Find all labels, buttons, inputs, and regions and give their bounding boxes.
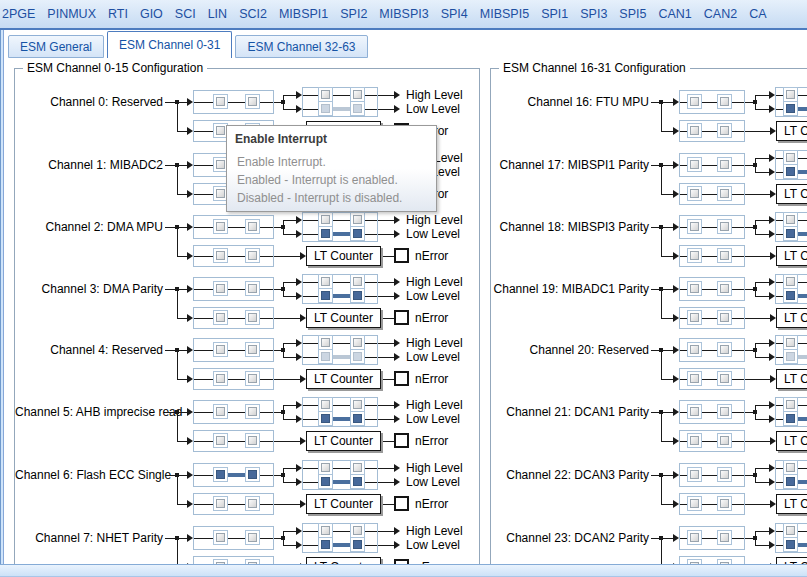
low-level-checkbox[interactable] [318, 537, 333, 552]
low-level-checkbox[interactable] [783, 474, 798, 489]
low-level-checkbox[interactable] [318, 288, 333, 303]
counter-enable-checkbox[interactable] [717, 433, 732, 448]
counter-enable-checkbox[interactable] [717, 248, 732, 263]
counter-enable-checkbox[interactable] [213, 496, 228, 511]
low-level-checkbox[interactable] [350, 288, 365, 303]
counter-enable-checkbox[interactable] [687, 186, 702, 201]
low-level-checkbox[interactable] [318, 349, 333, 364]
top-tab-spi2[interactable]: SPI2 [340, 7, 367, 21]
interrupt-enable-checkbox[interactable] [717, 281, 732, 296]
nerror-checkbox[interactable] [394, 433, 409, 448]
low-level-checkbox[interactable] [350, 474, 365, 489]
tab-esm-channel-0-31[interactable]: ESM Channel 0-31 [107, 31, 232, 58]
low-level-checkbox[interactable] [783, 288, 798, 303]
top-tab-2pge[interactable]: 2PGE [2, 7, 35, 21]
interrupt-enable-checkbox[interactable] [245, 404, 260, 419]
high-level-checkbox[interactable] [318, 460, 333, 475]
top-tab-can2[interactable]: CAN2 [704, 7, 737, 21]
interrupt-enable-checkbox[interactable] [213, 342, 228, 357]
lt-counter-button[interactable]: LT Counter [776, 431, 807, 451]
interrupt-enable-checkbox[interactable] [213, 219, 228, 234]
high-level-checkbox[interactable] [318, 397, 333, 412]
counter-enable-checkbox[interactable] [687, 371, 702, 386]
low-level-checkbox[interactable] [350, 226, 365, 241]
interrupt-enable-checkbox[interactable] [245, 530, 260, 545]
high-level-checkbox[interactable] [350, 460, 365, 475]
tab-esm-general[interactable]: ESM General [8, 35, 104, 58]
top-tab-spi1[interactable]: SPI1 [541, 7, 568, 21]
high-level-checkbox[interactable] [783, 212, 798, 227]
interrupt-enable-checkbox[interactable] [245, 281, 260, 296]
interrupt-enable-checkbox[interactable] [213, 94, 228, 109]
interrupt-enable-checkbox[interactable] [687, 530, 702, 545]
interrupt-enable-checkbox[interactable] [687, 467, 702, 482]
nerror-checkbox[interactable] [394, 310, 409, 325]
high-level-checkbox[interactable] [350, 274, 365, 289]
top-tab-spi5[interactable]: SPI5 [619, 7, 646, 21]
interrupt-enable-checkbox[interactable] [717, 530, 732, 545]
low-level-checkbox[interactable] [318, 101, 333, 116]
top-tab-mibspi1[interactable]: MIBSPI1 [279, 7, 328, 21]
lt-counter-button[interactable]: LT Counter [776, 121, 807, 141]
low-level-checkbox[interactable] [350, 349, 365, 364]
top-tab-can1[interactable]: CAN1 [658, 7, 691, 21]
top-tab-spi4[interactable]: SPI4 [441, 7, 468, 21]
interrupt-enable-checkbox[interactable] [245, 219, 260, 234]
low-level-checkbox[interactable] [350, 411, 365, 426]
counter-enable-checkbox[interactable] [687, 248, 702, 263]
top-tab-sci[interactable]: SCI [175, 7, 196, 21]
lt-counter-button[interactable]: LT Counter [776, 494, 807, 514]
interrupt-enable-checkbox[interactable] [687, 94, 702, 109]
high-level-checkbox[interactable] [350, 212, 365, 227]
interrupt-enable-checkbox[interactable] [687, 404, 702, 419]
interrupt-enable-checkbox[interactable] [687, 281, 702, 296]
low-level-checkbox[interactable] [783, 164, 798, 179]
top-tab-mibspi5[interactable]: MIBSPI5 [480, 7, 529, 21]
interrupt-enable-checkbox[interactable] [687, 219, 702, 234]
interrupt-enable-checkbox[interactable] [245, 342, 260, 357]
counter-enable-checkbox[interactable] [717, 123, 732, 138]
tab-esm-channel-32-63[interactable]: ESM Channel 32-63 [235, 35, 367, 58]
low-level-checkbox[interactable] [783, 349, 798, 364]
high-level-checkbox[interactable] [318, 335, 333, 350]
low-level-checkbox[interactable] [783, 411, 798, 426]
interrupt-enable-checkbox[interactable] [717, 94, 732, 109]
interrupt-enable-checkbox[interactable] [717, 467, 732, 482]
low-level-checkbox[interactable] [318, 411, 333, 426]
interrupt-enable-checkbox[interactable] [687, 157, 702, 172]
counter-enable-checkbox[interactable] [687, 310, 702, 325]
counter-enable-checkbox[interactable] [717, 310, 732, 325]
top-tab-mibspi3[interactable]: MIBSPI3 [379, 7, 428, 21]
lt-counter-button[interactable]: LT Counter [306, 431, 381, 451]
interrupt-enable-checkbox[interactable] [717, 157, 732, 172]
lt-counter-button[interactable]: LT Counter [776, 184, 807, 204]
high-level-checkbox[interactable] [783, 150, 798, 165]
high-level-checkbox[interactable] [350, 397, 365, 412]
interrupt-enable-checkbox[interactable] [687, 342, 702, 357]
interrupt-enable-checkbox[interactable] [717, 219, 732, 234]
high-level-checkbox[interactable] [783, 397, 798, 412]
lt-counter-button[interactable]: LT Counter [306, 369, 381, 389]
high-level-checkbox[interactable] [318, 274, 333, 289]
low-level-checkbox[interactable] [350, 101, 365, 116]
counter-enable-checkbox[interactable] [687, 433, 702, 448]
high-level-checkbox[interactable] [783, 274, 798, 289]
counter-enable-checkbox[interactable] [717, 186, 732, 201]
low-level-checkbox[interactable] [350, 537, 365, 552]
interrupt-enable-checkbox[interactable] [213, 404, 228, 419]
counter-enable-checkbox[interactable] [213, 433, 228, 448]
low-level-checkbox[interactable] [318, 226, 333, 241]
high-level-checkbox[interactable] [318, 212, 333, 227]
high-level-checkbox[interactable] [783, 335, 798, 350]
nerror-checkbox[interactable] [394, 248, 409, 263]
nerror-checkbox[interactable] [394, 371, 409, 386]
counter-enable-checkbox[interactable] [213, 371, 228, 386]
top-tab-ca[interactable]: CA [749, 7, 766, 21]
high-level-checkbox[interactable] [318, 87, 333, 102]
counter-enable-checkbox[interactable] [245, 496, 260, 511]
low-level-checkbox[interactable] [783, 537, 798, 552]
lt-counter-button[interactable]: LT Counter [776, 246, 807, 266]
interrupt-enable-checkbox[interactable] [245, 467, 260, 482]
low-level-checkbox[interactable] [318, 474, 333, 489]
top-tab-pinmux[interactable]: PINMUX [47, 7, 96, 21]
